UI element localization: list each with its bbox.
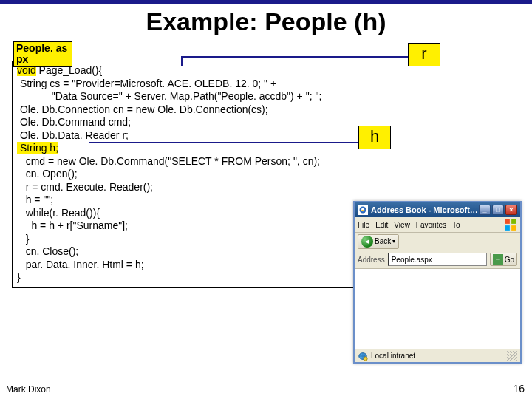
address-input[interactable]: People.aspx <box>388 253 487 266</box>
svg-rect-2 <box>511 219 516 224</box>
maximize-button[interactable]: □ <box>492 205 504 215</box>
browser-title-text: Address Book - Microsoft I… <box>371 205 479 214</box>
code-line: cn. Open(); <box>17 168 432 181</box>
code-line: String cs = "Provider=Microsoft. ACE. OL… <box>17 78 432 91</box>
browser-window: Address Book - Microsoft I… _ □ × File E… <box>353 201 522 364</box>
minimize-button[interactable]: _ <box>479 205 491 215</box>
code-line: void Page_Load(){ <box>17 64 432 78</box>
browser-statusbar: Local intranet <box>355 349 520 362</box>
go-label: Go <box>505 256 514 264</box>
svg-rect-3 <box>505 225 510 231</box>
callout-r: r <box>408 43 440 66</box>
menu-file[interactable]: File <box>358 221 369 229</box>
ie-icon <box>358 205 368 215</box>
svg-point-7 <box>364 356 367 360</box>
page-number: 16 <box>513 383 525 395</box>
slide-top-rule <box>0 0 532 4</box>
slide-title: Example: People (h) <box>0 7 532 36</box>
declaration-hl: String h; <box>17 142 58 154</box>
go-arrow-icon: → <box>493 254 503 265</box>
status-zone-text: Local intranet <box>371 352 415 360</box>
go-button[interactable]: → Go <box>490 253 517 266</box>
footer-author: Mark Dixon <box>6 384 51 395</box>
code-line: Ole. Db.Connection cn = new Ole. Db.Conn… <box>17 103 432 117</box>
back-arrow-icon: ◄ <box>361 236 373 248</box>
browser-viewport <box>355 269 520 349</box>
address-label: Address <box>358 256 385 264</box>
close-button[interactable]: × <box>505 205 517 215</box>
callout-h: h <box>358 126 391 149</box>
menu-view[interactable]: View <box>394 221 410 229</box>
browser-menubar: File Edit View Favorites To <box>355 217 520 233</box>
svg-rect-1 <box>505 219 510 224</box>
back-button[interactable]: ◄ Back ▾ <box>358 234 399 249</box>
browser-address-bar: Address People.aspx → Go <box>355 250 520 269</box>
code-line: "Data Source=" + Server. Map.Path("Peopl… <box>17 90 432 103</box>
code-line: r = cmd. Execute. Reader(); <box>17 181 432 194</box>
resize-grip-icon[interactable] <box>507 351 517 361</box>
filename-callout: People. as px <box>13 41 72 67</box>
browser-toolbar: ◄ Back ▾ <box>355 233 520 250</box>
menu-edit[interactable]: Edit <box>375 221 388 229</box>
windows-logo-icon <box>504 219 517 231</box>
back-label: Back <box>375 237 391 245</box>
code-line: cmd = new Ole. Db.Command("SELECT * FROM… <box>17 155 432 168</box>
browser-titlebar[interactable]: Address Book - Microsoft I… _ □ × <box>355 202 520 217</box>
menu-tools[interactable]: To <box>452 221 460 229</box>
menu-favorites[interactable]: Favorites <box>416 221 446 229</box>
connector-r-drop <box>181 56 183 66</box>
svg-rect-4 <box>511 225 516 231</box>
connector-r <box>181 56 408 58</box>
chevron-down-icon: ▾ <box>392 238 395 245</box>
connector-h <box>89 142 358 143</box>
zone-icon <box>358 351 368 361</box>
